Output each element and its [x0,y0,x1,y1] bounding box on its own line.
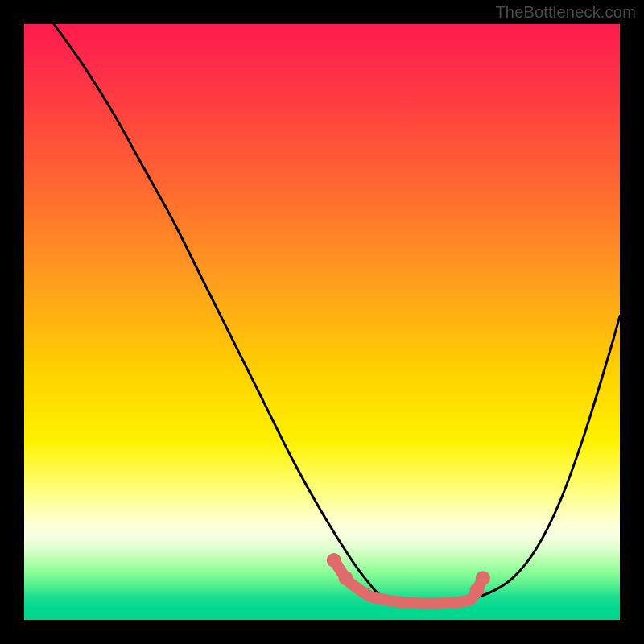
marker-dot [476,571,490,585]
bottleneck-curve [54,24,620,605]
attribution-text: TheBottleneck.com [495,3,636,22]
chart-svg [24,24,620,620]
chart-frame: TheBottleneck.com [0,0,644,644]
marker-dot [339,571,353,585]
marker-dot [327,553,341,568]
plot-area [24,24,620,620]
